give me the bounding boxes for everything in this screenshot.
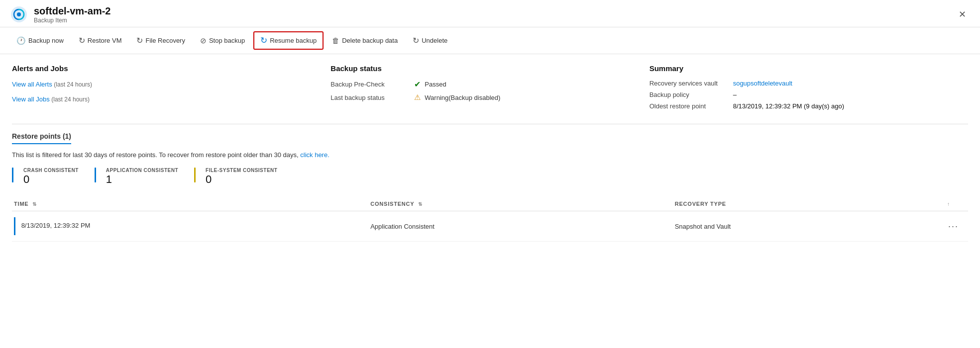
backup-now-icon: 🕐 bbox=[16, 36, 26, 45]
last-backup-label: Last backup status bbox=[330, 94, 410, 101]
title-group: softdel-vm-am-2 Backup Item bbox=[34, 5, 110, 24]
crash-consistent-badge: CRASH CONSISTENT 0 bbox=[12, 168, 79, 185]
main-content: Alerts and Jobs View all Alerts (last 24… bbox=[0, 54, 980, 252]
backup-now-label: Backup now bbox=[28, 37, 64, 44]
page-subtitle: Backup Item bbox=[34, 17, 110, 24]
crash-label: CRASH CONSISTENT bbox=[23, 168, 79, 173]
row-ellipsis-button[interactable]: ··· bbox=[945, 220, 962, 233]
filesystem-label: FILE-SYSTEM CONSISTENT bbox=[206, 168, 277, 173]
oldest-label: Oldest restore point bbox=[650, 102, 729, 110]
row-recovery-type-cell: Snapshot and Vault bbox=[673, 211, 943, 242]
file-recovery-icon: ↻ bbox=[136, 36, 143, 45]
undelete-button[interactable]: ↻ Undelete bbox=[406, 32, 454, 49]
resume-backup-button[interactable]: ↻ Resume backup bbox=[253, 31, 324, 50]
view-alerts-row: View all Alerts (last 24 hours) bbox=[12, 80, 319, 89]
table-row: 8/13/2019, 12:39:32 PM Application Consi… bbox=[12, 211, 968, 242]
restore-vm-button[interactable]: ↻ Restore VM bbox=[72, 32, 128, 49]
policy-label: Backup policy bbox=[650, 91, 729, 98]
close-button[interactable]: ✕ bbox=[955, 7, 970, 22]
filesystem-consistent-badge: FILE-SYSTEM CONSISTENT 0 bbox=[194, 168, 277, 185]
page-title: softdel-vm-am-2 bbox=[34, 5, 110, 17]
row-indicator bbox=[14, 217, 15, 235]
summary-col: Summary Recovery services vault sogupsof… bbox=[650, 64, 968, 114]
page-header: softdel-vm-am-2 Backup Item ✕ bbox=[0, 0, 980, 27]
pre-check-row: Backup Pre-Check ✔ Passed bbox=[330, 80, 637, 89]
consistency-sort-icon[interactable]: ⇅ bbox=[418, 201, 423, 207]
section-divider bbox=[12, 124, 968, 124]
filter-text-row: This list is filtered for last 30 days o… bbox=[12, 151, 968, 159]
last-backup-status: Warning(Backup disabled) bbox=[425, 94, 500, 101]
application-consistent-badge: APPLICATION CONSISTENT 1 bbox=[95, 168, 178, 185]
jobs-time: (last 24 hours) bbox=[51, 96, 90, 103]
row-consistency-cell: Application Consistent bbox=[368, 211, 672, 242]
pre-check-status: Passed bbox=[425, 81, 446, 88]
warning-icon: ⚠ bbox=[414, 93, 421, 102]
restore-points-section: Restore points (1) This list is filtered… bbox=[12, 132, 968, 242]
backup-status-title: Backup status bbox=[330, 64, 637, 73]
view-jobs-row: View all Jobs (last 24 hours) bbox=[12, 94, 319, 104]
toolbar: 🕐 Backup now ↻ Restore VM ↻ File Recover… bbox=[0, 27, 980, 54]
view-jobs-link[interactable]: View all Jobs bbox=[12, 95, 50, 103]
table-header-row: TIME ⇅ CONSISTENCY ⇅ RECOVERY TYPE ↑ bbox=[12, 197, 968, 211]
vault-value[interactable]: sogupsoftdeletevault bbox=[733, 80, 792, 87]
delete-backup-button[interactable]: 🗑 Delete backup data bbox=[326, 33, 404, 48]
pre-check-icon: ✔ bbox=[414, 80, 421, 89]
app-icon bbox=[10, 5, 28, 23]
restore-points-title: Restore points (1) bbox=[12, 132, 71, 144]
col-recovery-type: RECOVERY TYPE bbox=[673, 197, 943, 211]
restore-points-table: TIME ⇅ CONSISTENCY ⇅ RECOVERY TYPE ↑ bbox=[12, 197, 968, 242]
backup-status-col: Backup status Backup Pre-Check ✔ Passed … bbox=[330, 64, 649, 114]
info-section: Alerts and Jobs View all Alerts (last 24… bbox=[12, 64, 968, 114]
oldest-row: Oldest restore point 8/13/2019, 12:39:32… bbox=[650, 102, 956, 110]
alerts-time: (last 24 hours) bbox=[54, 81, 92, 88]
col-time: TIME ⇅ bbox=[12, 197, 368, 211]
crash-bar bbox=[12, 168, 13, 182]
consistency-badges: CRASH CONSISTENT 0 APPLICATION CONSISTEN… bbox=[12, 168, 968, 185]
crash-count: 0 bbox=[23, 174, 79, 185]
application-label: APPLICATION CONSISTENT bbox=[106, 168, 178, 173]
policy-row: Backup policy – bbox=[650, 91, 956, 98]
row-time-cell: 8/13/2019, 12:39:32 PM bbox=[12, 211, 368, 242]
actions-sort-icon: ↑ bbox=[947, 201, 950, 207]
stop-backup-icon: ⊘ bbox=[200, 36, 207, 45]
row-consistency: Application Consistent bbox=[370, 223, 435, 230]
summary-title: Summary bbox=[650, 64, 956, 73]
row-time: 8/13/2019, 12:39:32 PM bbox=[21, 222, 91, 229]
delete-backup-label: Delete backup data bbox=[342, 37, 398, 44]
alerts-title: Alerts and Jobs bbox=[12, 64, 319, 73]
filesystem-bar bbox=[194, 168, 196, 182]
last-backup-row: Last backup status ⚠ Warning(Backup disa… bbox=[330, 93, 637, 102]
svg-point-1 bbox=[17, 12, 21, 16]
filter-click-here-link[interactable]: click here. bbox=[300, 151, 329, 159]
pre-check-label: Backup Pre-Check bbox=[330, 81, 410, 88]
alerts-col: Alerts and Jobs View all Alerts (last 24… bbox=[12, 64, 330, 114]
col-consistency: CONSISTENCY ⇅ bbox=[368, 197, 672, 211]
delete-backup-icon: 🗑 bbox=[332, 36, 339, 45]
vault-label: Recovery services vault bbox=[650, 80, 729, 87]
row-actions-cell: ··· bbox=[943, 211, 968, 242]
row-recovery-type: Snapshot and Vault bbox=[675, 223, 731, 230]
time-sort-icon[interactable]: ⇅ bbox=[32, 201, 37, 207]
application-count: 1 bbox=[106, 174, 178, 185]
restore-vm-icon: ↻ bbox=[79, 36, 85, 45]
resume-backup-icon: ↻ bbox=[260, 35, 267, 46]
resume-backup-label: Resume backup bbox=[270, 37, 317, 44]
view-alerts-link[interactable]: View all Alerts bbox=[12, 81, 52, 88]
vault-row: Recovery services vault sogupsoftdeletev… bbox=[650, 80, 956, 87]
undelete-icon: ↻ bbox=[413, 36, 419, 45]
policy-value: – bbox=[733, 91, 737, 98]
restore-vm-label: Restore VM bbox=[88, 37, 122, 44]
filter-text: This list is filtered for last 30 days o… bbox=[12, 151, 299, 159]
stop-backup-label: Stop backup bbox=[209, 37, 245, 44]
oldest-value: 8/13/2019, 12:39:32 PM (9 day(s) ago) bbox=[733, 102, 844, 110]
undelete-label: Undelete bbox=[422, 37, 447, 44]
filesystem-count: 0 bbox=[206, 174, 277, 185]
file-recovery-label: File Recovery bbox=[145, 37, 185, 44]
stop-backup-button[interactable]: ⊘ Stop backup bbox=[194, 33, 251, 49]
col-actions: ↑ bbox=[943, 197, 968, 211]
file-recovery-button[interactable]: ↻ File Recovery bbox=[130, 32, 191, 49]
application-bar bbox=[95, 168, 96, 182]
backup-now-button[interactable]: 🕐 Backup now bbox=[10, 33, 70, 49]
